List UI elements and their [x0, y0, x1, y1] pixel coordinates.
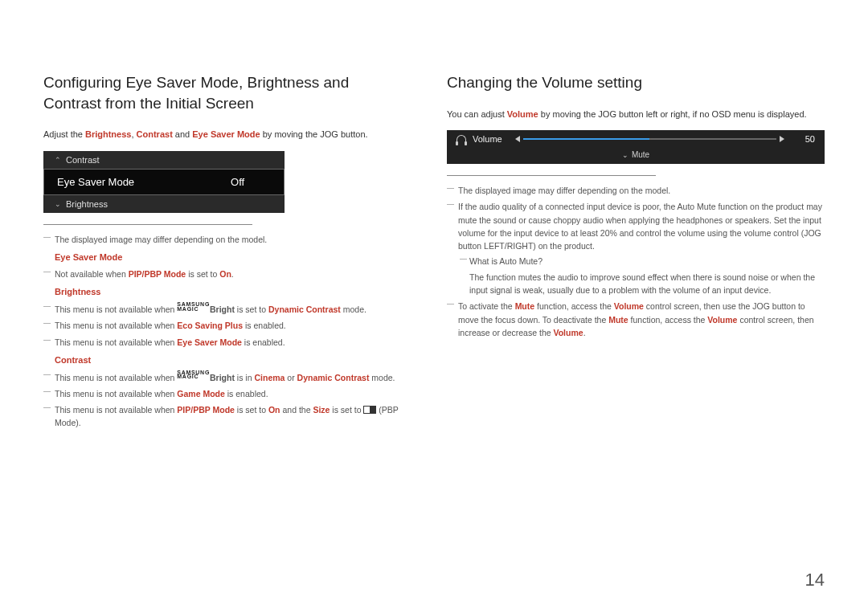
note-model: The displayed image may differ depending… [447, 184, 825, 197]
t: PIP/PBP Mode [177, 405, 235, 415]
t: This menu is not available when [55, 337, 177, 347]
osd-volume-top: Volume 50 [447, 130, 825, 148]
osd-eye-saver: ⌃ Contrast Eye Saver Mode Off ⌄ Brightne… [43, 151, 285, 213]
osd-row-down: ⌄ Brightness [43, 195, 285, 213]
osd-mute-label: Mute [632, 150, 649, 159]
t: Volume [507, 109, 538, 119]
t: mode. [341, 304, 366, 314]
t: Mute [515, 301, 535, 311]
t: or [285, 372, 297, 382]
bri-note-2: This menu is not available when Eco Savi… [43, 319, 407, 332]
t: Volume [553, 328, 583, 337]
t: This menu is not available when [55, 389, 177, 398]
divider [43, 224, 252, 225]
t: Eco Saving Plus [177, 321, 243, 330]
con-note-1: This menu is not available when SAMSUNGM… [43, 370, 407, 384]
t: by moving the JOG button left or right, … [538, 109, 807, 119]
samsung-magic-icon: SAMSUNGMAGIC [177, 370, 210, 379]
osd-volume: Volume 50 ⌄Mute [447, 130, 825, 164]
bri-note-1: This menu is not available when SAMSUNGM… [43, 302, 407, 316]
osd-down-label: Brightness [66, 199, 108, 209]
automute-q: What is Auto Mute? [458, 255, 825, 268]
con-note-2: This menu is not available when Game Mod… [43, 387, 407, 400]
right-heading: Changing the Volume setting [447, 72, 825, 93]
page-number: 14 [805, 570, 825, 591]
hl-contrast: Contrast [137, 129, 173, 139]
t: Volume [614, 301, 644, 311]
t: On [268, 405, 280, 415]
osd-sel-value: Off [231, 176, 244, 188]
t: is set to [235, 405, 268, 415]
right-column: Changing the Volume setting You can adju… [447, 72, 825, 433]
volume-track [523, 138, 776, 140]
t: This menu is not available when [55, 321, 177, 330]
osd-row-selected: Eye Saver Mode Off [43, 169, 285, 195]
t: On [219, 269, 231, 279]
note-activate-mute: To activate the Mute function, access th… [447, 300, 825, 339]
note-audio: If the audio quality of a connected inpu… [447, 200, 825, 296]
t: Dynamic Contrast [268, 304, 341, 314]
volume-slider [515, 136, 784, 142]
chevron-down-icon: ⌄ [622, 151, 628, 159]
osd-up-label: Contrast [66, 155, 100, 165]
t: This menu is not available when [55, 405, 177, 415]
t: If the audio quality of a connected inpu… [458, 202, 822, 251]
t: Bright [210, 372, 235, 382]
t: is set to [235, 304, 268, 314]
osd-sel-label: Eye Saver Mode [57, 176, 134, 188]
t: This menu is not available when [55, 372, 177, 382]
osd-row-up: ⌃ Contrast [43, 151, 285, 169]
t: mode. [369, 372, 395, 382]
t: is set to [330, 405, 363, 415]
t: and the [280, 405, 313, 415]
t: Adjust the [43, 129, 85, 139]
triangle-left-icon [515, 136, 520, 142]
t: is enabled. [225, 389, 268, 398]
t: Dynamic Contrast [297, 372, 370, 382]
left-column: Configuring Eye Saver Mode, Brightness a… [43, 72, 407, 433]
t: by moving the JOG button. [260, 129, 368, 139]
t: Volume [707, 315, 737, 325]
esm-note: Not available when PIP/PBP Mode is set t… [43, 268, 407, 280]
t: is enabled. [242, 337, 285, 347]
section-contrast: Contrast [43, 353, 407, 367]
t: is enabled. [243, 321, 286, 330]
t: is set to [186, 269, 219, 279]
t: Cinema [254, 372, 285, 382]
t: Size [313, 405, 330, 415]
con-note-3: This menu is not available when PIP/PBP … [43, 403, 407, 430]
t: To activate the [458, 301, 515, 311]
section-esm: Eye Saver Mode [43, 251, 407, 264]
t: This menu is not available when [55, 304, 177, 314]
hl-esm: Eye Saver Mode [192, 129, 260, 139]
automute-a: The function mutes the audio to improve … [469, 271, 825, 297]
hl-brightness: Brightness [85, 129, 131, 139]
t: Eye Saver Mode [177, 337, 242, 347]
volume-fill [523, 138, 650, 140]
osd-volume-bottom: ⌄Mute [447, 148, 825, 164]
divider [447, 175, 656, 176]
t: function, access the [534, 301, 614, 311]
left-notes: The displayed image may differ depending… [43, 233, 407, 430]
samsung-magic-icon: SAMSUNGMAGIC [177, 302, 210, 311]
triangle-right-icon [780, 136, 784, 142]
t: You can adjust [447, 109, 507, 119]
t: Game Mode [177, 389, 225, 398]
pbp-icon [363, 406, 376, 414]
right-notes: The displayed image may differ depending… [447, 184, 825, 339]
note-model: The displayed image may differ depending… [43, 233, 407, 246]
t: function, access the [628, 315, 708, 325]
section-brightness: Brightness [43, 285, 407, 299]
osd-volume-label: Volume [473, 134, 502, 144]
t: Mute [608, 315, 628, 325]
osd-volume-value: 50 [797, 134, 815, 144]
headphone-icon [457, 135, 466, 143]
t: . [583, 328, 586, 337]
left-heading: Configuring Eye Saver Mode, Brightness a… [43, 72, 407, 113]
t: PIP/PBP Mode [129, 269, 186, 279]
t: Not available when [55, 269, 129, 279]
chevron-up-icon: ⌃ [55, 156, 61, 164]
t: Bright [210, 304, 235, 314]
right-intro: You can adjust Volume by moving the JOG … [447, 108, 825, 121]
t: is in [235, 372, 255, 382]
